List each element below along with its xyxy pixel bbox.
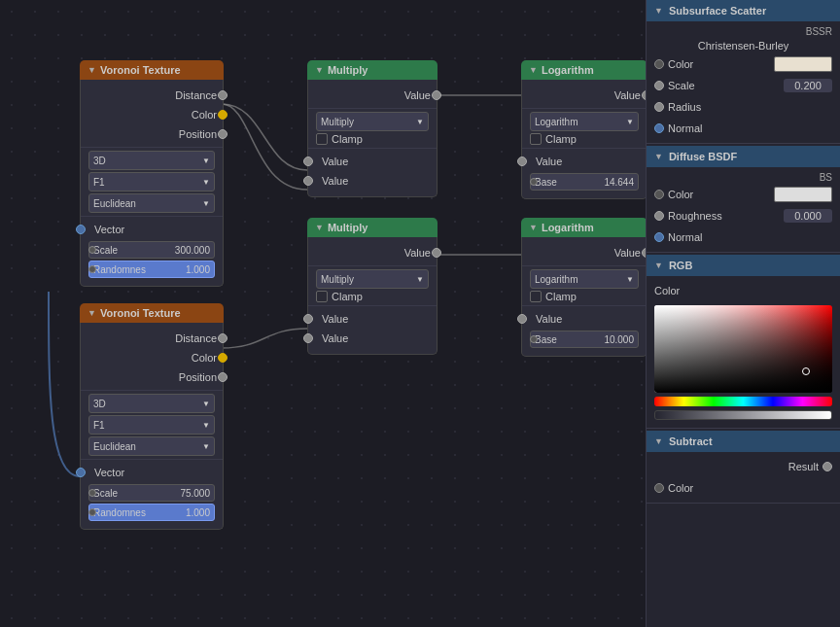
diffuse-header[interactable]: ▼ Diffuse BSDF	[647, 146, 840, 167]
voronoi1-scale-row: Scale 300.000	[88, 241, 215, 259]
diffuse-normal-socket[interactable]	[654, 232, 664, 242]
subtract-color-socket[interactable]	[654, 483, 664, 493]
subsurface-color-swatch[interactable]	[774, 56, 832, 72]
multiply1-value-out-socket[interactable]	[432, 90, 441, 100]
voronoi-texture-node-1: ▼ Voronoi Texture Distance Color Positio…	[80, 60, 224, 287]
voronoi1-mode-value: 3D	[93, 156, 106, 166]
multiply2-clamp-checkbox[interactable]	[316, 291, 328, 302]
voronoi2-mode-dropdown[interactable]: 3D ▼	[88, 394, 215, 413]
voronoi2-position-socket[interactable]	[218, 372, 228, 382]
multiply2-header: ▼ Multiply	[307, 218, 438, 237]
multiply1-mode-dropdown[interactable]: Multiply ▼	[316, 112, 429, 131]
rgb-color-picker[interactable]	[654, 305, 832, 393]
multiply2-value1-socket[interactable]	[303, 314, 313, 324]
multiply2-value-out-row: Value	[308, 243, 437, 262]
voronoi1-color-label: Color	[87, 109, 217, 121]
voronoi1-distance-arrow: ▼	[202, 199, 210, 208]
logarithm1-base-field[interactable]: Base 14.644	[530, 173, 639, 191]
rgb-collapse: ▼	[654, 261, 663, 270]
subsurface-radius-row: Radius	[647, 96, 840, 118]
diffuse-color-swatch[interactable]	[774, 187, 832, 202]
voronoi1-position-socket[interactable]	[218, 129, 228, 139]
subsurface-scale-value[interactable]: 0.200	[784, 79, 832, 92]
diffuse-roughness-socket[interactable]	[654, 211, 664, 221]
logarithm2-clamp-checkbox[interactable]	[530, 291, 542, 302]
subsurface-color-socket[interactable]	[654, 59, 664, 69]
subsurface-radius-socket[interactable]	[654, 102, 664, 112]
voronoi1-scale-field[interactable]: Scale 300.000	[88, 241, 215, 259]
multiply2-mode-dropdown[interactable]: Multiply ▼	[316, 269, 429, 289]
logarithm2-base-value: 10.000	[604, 334, 634, 345]
voronoi2-color-socket[interactable]	[218, 353, 228, 363]
diffuse-color-socket[interactable]	[654, 190, 664, 199]
voronoi1-random-field[interactable]: Randomnes 1.000	[88, 261, 215, 278]
voronoi1-color-socket[interactable]	[218, 110, 228, 120]
multiply2-value2-socket[interactable]	[303, 333, 313, 343]
multiply2-collapse[interactable]: ▼	[315, 223, 324, 232]
subsurface-scatter-panel: ▼ Subsurface Scatter BSSR Christensen-Bu…	[647, 0, 840, 144]
diffuse-normal-label: Normal	[668, 231, 832, 243]
voronoi2-distance-socket[interactable]	[218, 333, 228, 343]
logarithm2-mode-dropdown[interactable]: Logarithm ▼	[530, 269, 639, 289]
diffuse-color-row: Color	[647, 184, 840, 205]
diffuse-roughness-value[interactable]: 0.000	[784, 209, 832, 223]
voronoi1-position-row: Position	[81, 124, 223, 144]
voronoi2-scale-socket[interactable]	[88, 489, 96, 497]
voronoi2-distance-dropdown[interactable]: Euclidean ▼	[88, 436, 215, 456]
diffuse-bsdf-panel: ▼ Diffuse BSDF BS Color Roughness 0.000 …	[647, 146, 840, 253]
rgb-header[interactable]: ▼ RGB	[647, 255, 840, 276]
voronoi1-random-socket[interactable]	[88, 265, 96, 273]
rgb-gradient-area[interactable]	[654, 305, 832, 393]
logarithm2-base-field[interactable]: Base 10.000	[530, 331, 639, 348]
voronoi1-scale-socket[interactable]	[88, 246, 96, 254]
multiply2-value-out-socket[interactable]	[432, 248, 441, 258]
voronoi1-scale-value: 300.000	[175, 245, 210, 256]
voronoi1-mode-dropdown[interactable]: 3D ▼	[88, 151, 215, 170]
subsurface-title: Subsurface Scatter	[669, 5, 766, 17]
logarithm2-collapse[interactable]: ▼	[529, 223, 538, 232]
subsurface-color-row: Color	[647, 53, 840, 75]
voronoi2-vector-socket[interactable]	[76, 468, 86, 477]
multiply1-value2-socket[interactable]	[303, 176, 313, 186]
voronoi2-feature-dropdown[interactable]: F1 ▼	[88, 415, 215, 435]
logarithm1-collapse[interactable]: ▼	[529, 65, 538, 75]
rgb-alpha-bar[interactable]	[654, 410, 832, 420]
multiply1-value2-label: Value	[314, 175, 431, 187]
logarithm1-input-socket[interactable]	[517, 157, 527, 166]
logarithm2-input-label: Value	[528, 313, 641, 325]
voronoi2-scale-field[interactable]: Scale 75.000	[88, 484, 215, 502]
diffuse-body: BS Color Roughness 0.000 Normal	[647, 167, 840, 252]
logarithm2-value-out-row: Value	[522, 243, 647, 262]
voronoi2-distance-arrow: ▼	[202, 442, 210, 451]
subsurface-header[interactable]: ▼ Subsurface Scatter	[647, 0, 840, 21]
voronoi2-random-field[interactable]: Randomnes 1.000	[88, 504, 215, 521]
multiply1-clamp-label: Clamp	[332, 133, 363, 145]
multiply1-clamp-checkbox[interactable]	[316, 133, 328, 145]
logarithm2-input-socket[interactable]	[517, 314, 527, 324]
logarithm1-mode-dropdown[interactable]: Logarithm ▼	[530, 112, 639, 131]
logarithm2-base-socket[interactable]	[530, 335, 538, 343]
logarithm1-base-socket[interactable]	[530, 178, 538, 186]
voronoi2-scale-label: Scale	[93, 488, 118, 499]
diffuse-collapse: ▼	[654, 152, 663, 161]
logarithm1-clamp-checkbox[interactable]	[530, 133, 542, 145]
voronoi1-collapse[interactable]: ▼	[88, 65, 96, 75]
multiply1-collapse[interactable]: ▼	[315, 65, 324, 75]
voronoi1-vector-socket[interactable]	[76, 225, 86, 234]
subsurface-scale-socket[interactable]	[654, 81, 664, 90]
voronoi2-random-socket[interactable]	[88, 508, 96, 516]
multiply2-value-out-label: Value	[314, 247, 431, 259]
voronoi1-distance-dropdown[interactable]: Euclidean ▼	[88, 193, 215, 213]
voronoi1-feature-dropdown[interactable]: F1 ▼	[88, 172, 215, 192]
rgb-hue-bar[interactable]	[654, 397, 832, 406]
subsurface-normal-socket[interactable]	[654, 123, 664, 133]
voronoi2-collapse[interactable]: ▼	[88, 308, 96, 318]
logarithm1-clamp-label: Clamp	[545, 133, 577, 145]
subtract-result-socket[interactable]	[822, 462, 832, 471]
voronoi1-distance-socket[interactable]	[218, 90, 228, 100]
subtract-header[interactable]: ▼ Subtract	[647, 431, 840, 452]
voronoi2-random-row: Randomnes 1.000	[88, 504, 215, 521]
multiply1-value1-socket[interactable]	[303, 157, 313, 166]
voronoi2-position-label: Position	[87, 371, 217, 383]
voronoi2-scale-value: 75.000	[180, 488, 210, 499]
